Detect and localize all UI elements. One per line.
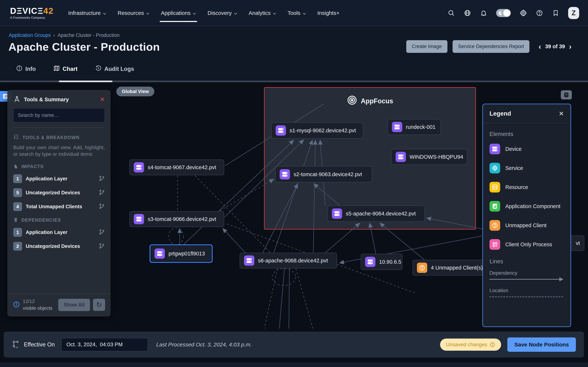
- service-icon: [490, 163, 500, 173]
- status-bar: Effective On Last Processed Oct. 3, 2024…: [4, 332, 584, 358]
- nav-item-label: Resources: [118, 10, 144, 16]
- tab-label: Chart: [63, 66, 78, 72]
- legend-toggle-button[interactable]: [561, 90, 572, 100]
- effective-on-input[interactable]: [61, 338, 148, 351]
- tab-chart[interactable]: Chart: [53, 65, 78, 73]
- summary-row[interactable]: 4Total Unmapped Clients: [13, 202, 105, 211]
- nav-item-discovery[interactable]: Discovery: [207, 9, 238, 17]
- nav-item-analytics[interactable]: Analytics: [248, 9, 277, 17]
- legend-line-label: Location: [490, 288, 564, 293]
- settings-gear-icon[interactable]: [520, 9, 527, 17]
- breadcrumb-link[interactable]: Application Groups: [9, 33, 51, 38]
- logo-subtitle: A Freshworks Company: [10, 16, 53, 19]
- user-avatar[interactable]: Z: [568, 7, 579, 19]
- legend-item-service: Service: [490, 163, 564, 173]
- refresh-button[interactable]: ↻: [93, 299, 105, 311]
- branch-icon[interactable]: [99, 203, 105, 210]
- service-dependencies-report-button[interactable]: Service Dependencies Report: [453, 40, 530, 53]
- count-badge: 2: [13, 242, 22, 251]
- nav-item-applications[interactable]: Applications: [160, 9, 196, 17]
- legend-close-icon[interactable]: ✕: [559, 110, 564, 117]
- tools-breakdown-section-header: TOOLS & BREAKDOWN: [13, 134, 105, 141]
- tab-info[interactable]: Info: [16, 65, 36, 73]
- node-label: WINDOWS-HBQPU94: [410, 154, 463, 160]
- dark-mode-toggle[interactable]: [496, 9, 511, 17]
- scrollbar-thumb[interactable]: [59, 81, 112, 82]
- branch-icon[interactable]: [99, 229, 105, 236]
- device-node[interactable]: s5-apache-9064.device42.pvt: [328, 206, 425, 222]
- node-label: s1-mysql-9062.device42.pvt: [290, 127, 356, 133]
- device-node[interactable]: s1-mysql-9062.device42.pvt: [271, 122, 363, 139]
- chevron-down-icon: [234, 10, 237, 16]
- device-node[interactable]: WINDOWS-HBQPU94: [391, 149, 467, 165]
- search-input[interactable]: [13, 108, 105, 122]
- nav-item-resources[interactable]: Resources: [117, 9, 150, 17]
- device-icon: [490, 144, 500, 154]
- summary-row[interactable]: 1Application Layer: [13, 228, 105, 237]
- legend-item-label: Client Only Process: [505, 242, 552, 248]
- close-icon[interactable]: ✕: [100, 97, 105, 102]
- summary-row[interactable]: 5Uncategorized Devices: [13, 188, 105, 197]
- device-node[interactable]: s6-apache-9068.device42.pvt: [240, 253, 337, 268]
- server-icon: [276, 125, 286, 136]
- branch-icon[interactable]: [99, 189, 105, 196]
- legend-item-label: Resource: [505, 184, 528, 190]
- branch-icon[interactable]: [99, 243, 105, 250]
- device-node[interactable]: prtgwp01fl9013: [150, 244, 213, 263]
- nav-item-tools[interactable]: Tools: [287, 9, 306, 17]
- client-process-icon: [490, 239, 500, 250]
- impacts-section-header: ♞ IMPACTS: [13, 164, 105, 169]
- knight-icon: ♞: [13, 164, 18, 169]
- device-node[interactable]: 10.90.6.5: [361, 254, 402, 270]
- server-icon: [134, 214, 144, 224]
- summary-row[interactable]: 2Uncategorized Devices: [13, 242, 105, 251]
- global-view-badge: Global View: [116, 87, 154, 96]
- device-node[interactable]: s3-tomcat-9066.device42.pvt: [129, 211, 224, 227]
- device-node[interactable]: s2-tomcat-9063.device42.pvt: [275, 166, 372, 182]
- save-node-positions-button[interactable]: Save Node Positions: [507, 337, 576, 352]
- summary-row[interactable]: 1Application Layer: [13, 174, 105, 183]
- show-all-button[interactable]: Show All: [58, 299, 90, 311]
- legend-title: Legend: [490, 110, 511, 117]
- tree-icon: [13, 134, 19, 141]
- unmapped-client-node[interactable]: 4 Unmapped Client(s): [413, 260, 486, 276]
- branch-icon[interactable]: [99, 175, 105, 182]
- panel-title: Tools & Summary: [24, 97, 69, 103]
- chevron-down-icon: [103, 10, 106, 16]
- device42-logo[interactable]: DΞVICΞ42 A Freshworks Company: [10, 7, 53, 19]
- bookmark-icon[interactable]: [552, 9, 559, 17]
- chevron-down-icon: [193, 10, 196, 16]
- header-actions: Create Image Service Dependencies Report…: [406, 40, 572, 53]
- location-line-sample: [490, 296, 563, 297]
- notifications-bell-icon[interactable]: [480, 9, 487, 17]
- next-page-icon[interactable]: ›: [568, 43, 572, 50]
- server-icon: [396, 152, 406, 162]
- toggle-knob: [503, 9, 510, 17]
- node-label: 4 Unmapped Client(s): [431, 265, 483, 271]
- search-icon[interactable]: [448, 9, 455, 17]
- device-node[interactable]: s4-tomcat-9067.device42.pvt: [129, 159, 224, 175]
- nav-item-insights-[interactable]: Insights+: [317, 9, 340, 17]
- create-image-button[interactable]: Create Image: [406, 40, 447, 53]
- chevron-down-icon: [146, 10, 149, 16]
- nav-item-infrastructure[interactable]: Infrastructure: [68, 9, 107, 17]
- device-node[interactable]: rundeck-001: [388, 119, 441, 135]
- count-badge: 1: [13, 228, 22, 237]
- tab-info-icon: [16, 65, 22, 73]
- breadcrumb-current: Apache Cluster - Production: [58, 33, 120, 38]
- help-icon[interactable]: [536, 9, 543, 17]
- tools-summary-panel: Tools & Summary ✕ TOOLS & BREAKDOWN Buil…: [7, 90, 111, 317]
- nav-item-label: Analytics: [249, 10, 271, 16]
- page-title: Apache Cluster - Production: [9, 41, 160, 53]
- prev-page-icon[interactable]: ‹: [538, 43, 542, 50]
- tab-audit-logs[interactable]: Audit Logs: [95, 65, 134, 73]
- dependency-chart-canvas[interactable]: AppFocus s1-mysql-9062.device42.pvtrunde…: [0, 82, 588, 362]
- nav-item-label: Infrastructure: [68, 10, 101, 16]
- unmapped-client-icon: [417, 263, 427, 273]
- dependencies-section-header: ♜ DEPENDENCIES: [13, 217, 105, 223]
- panel-footer: 12/12 visible objects Show All ↻: [7, 294, 111, 317]
- globe-icon[interactable]: [464, 9, 471, 17]
- row-label: Uncategorized Devices: [26, 243, 80, 249]
- horizontal-scrollbar[interactable]: [0, 81, 588, 82]
- node-label: s4-tomcat-9067.device42.pvt: [148, 164, 216, 170]
